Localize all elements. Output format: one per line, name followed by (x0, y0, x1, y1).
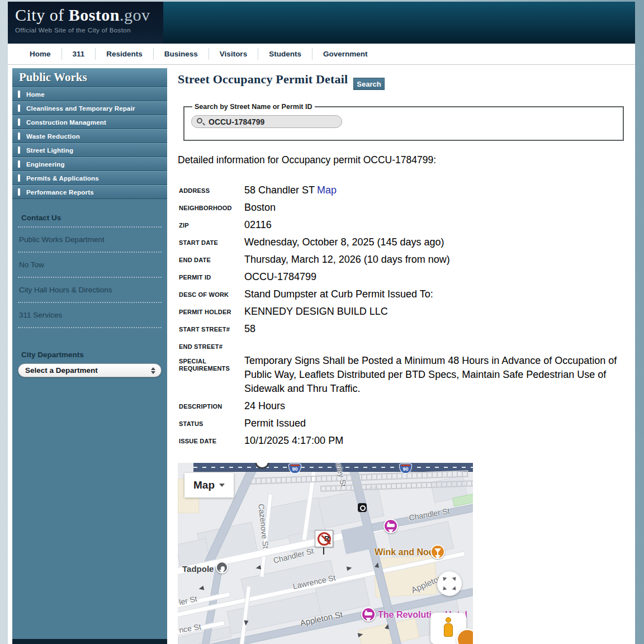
field-label: DESCRIPTION (179, 399, 244, 413)
sidebar-item-waste[interactable]: Waste Reduction (12, 129, 167, 143)
sidebar-item-label: Waste Reduction (26, 133, 80, 140)
one-way-arrow (347, 566, 352, 571)
pan-arrow-icon (452, 586, 460, 594)
bed-icon (387, 524, 395, 527)
select-arrows-icon (151, 367, 155, 374)
nav-item-home[interactable]: Home (19, 49, 61, 59)
map-highway-i90 (193, 463, 473, 472)
sidebar-item-label: Permits & Applications (26, 175, 99, 182)
nav-item-government[interactable]: Government (312, 49, 378, 59)
field-label: STATUS (179, 416, 244, 430)
bed-icon (364, 612, 372, 615)
map-type-button[interactable]: Map (184, 473, 234, 498)
hotel-pin[interactable] (383, 519, 398, 533)
search-icon (197, 118, 202, 124)
poi-label-tadpole[interactable]: Tadpole (182, 564, 214, 574)
logo-city-of: City of (15, 6, 69, 24)
no-parking-pole (323, 547, 324, 555)
pan-arrow-icon (440, 574, 447, 581)
one-way-arrow (198, 586, 204, 591)
status-value: Permit Issued (244, 416, 306, 430)
content-area: Public Works Home Cleanliness and Tempor… (8, 65, 635, 644)
field-value: 58 (244, 322, 255, 336)
one-way-arrow (243, 621, 248, 626)
sidebar-item-street-lighting[interactable]: Street Lighting (12, 143, 167, 157)
sidebar-item-construction[interactable]: Construction Managment (12, 115, 167, 129)
field-row-neighborhood: NEIGHBORHOOD Boston (179, 201, 622, 215)
nav-item-visitors[interactable]: Visitors (209, 49, 258, 59)
city-logo[interactable]: City of Boston.gov Official Web Site of … (8, 2, 163, 44)
logo-text: City of Boston.gov (15, 6, 163, 25)
field-label: START DATE (179, 235, 244, 249)
search-field-wrap (191, 115, 342, 128)
field-label: PERMIT HOLDER (179, 305, 244, 319)
nav-item-residents[interactable]: Residents (95, 49, 153, 59)
address-value: 58 Chandler ST (244, 184, 315, 196)
field-value: Stand Dumpster at Curb Permit Issued To: (244, 287, 433, 301)
masthead-banner (163, 2, 635, 44)
no-parking-marker[interactable]: R (315, 530, 333, 547)
field-value: 02116 (244, 218, 272, 232)
field-value: 58 Chandler STMap (244, 183, 337, 197)
divider (18, 252, 162, 253)
masthead: City of Boston.gov Official Web Site of … (8, 2, 635, 44)
field-row-end-date: END DATE Thursday, March 12, 2026 (10 da… (179, 253, 622, 267)
field-row-zip: ZIP 02116 (179, 218, 622, 232)
interstate-90-shield: 90 (288, 463, 301, 473)
search-input[interactable] (191, 115, 342, 128)
sidebar-item-engineering[interactable]: Engineering (12, 157, 167, 171)
divider (18, 277, 162, 278)
link-311-services[interactable]: 311 Services (18, 307, 162, 323)
map-type-label: Map (193, 479, 215, 491)
field-row-permit-holder: PERMIT HOLDER KENNEDY DESIGN BUILD LLC (179, 305, 622, 319)
link-city-hall-hours[interactable]: City Hall Hours & Directions (18, 282, 162, 298)
field-value: OCCU-1784799 (244, 270, 316, 284)
field-label: START STREET# (179, 322, 244, 336)
transit-station-icon[interactable] (358, 503, 367, 512)
field-value: 10/1/2025 4:17:00 PM (244, 434, 343, 448)
permit-detail-fields: ADDRESS 58 Chandler STMap NEIGHBORHOOD B… (179, 183, 622, 451)
sidebar-item-label: Street Lighting (26, 147, 73, 154)
search-button[interactable]: Search (353, 78, 385, 90)
sidebar-item-label: Performance Reports (26, 189, 94, 196)
field-row-description: DESCRIPTION 24 Hours (179, 399, 622, 413)
department-select[interactable]: Select a Department (18, 363, 162, 377)
poi-label-wink-and-nod[interactable]: Wink and Nod (375, 547, 434, 557)
sidebar-item-performance[interactable]: Performance Reports (12, 185, 167, 199)
map-intersection (341, 524, 372, 554)
pan-control[interactable] (437, 571, 462, 596)
tadpole-pin[interactable] (216, 561, 228, 574)
link-public-works-dept[interactable]: Public Works Department (18, 231, 162, 248)
menu-bar-icon (18, 188, 20, 196)
menu-bar-icon (18, 119, 20, 126)
divider (18, 302, 162, 303)
map-building (318, 486, 384, 529)
search-fieldset: Search by Street Name or Permit ID (183, 103, 624, 141)
detail-intro-text: Detailed information for Occupancy permi… (178, 154, 436, 166)
nav-item-students[interactable]: Students (258, 49, 312, 59)
cocktail-pin[interactable] (430, 544, 445, 559)
map-embed[interactable]: 90 90 Chandler St Chandler St Cazenove S… (178, 463, 473, 644)
divider (18, 327, 162, 328)
menu-bar-icon (18, 132, 20, 140)
pan-arrow-icon (440, 586, 447, 594)
hotel-pin-revolution[interactable] (361, 607, 376, 622)
site-tagline: Official Web Site of the City of Boston (15, 27, 163, 34)
link-no-tow[interactable]: No Tow (18, 257, 162, 273)
sidebar-item-cleanliness[interactable]: Cleanliness and Temporary Repair (12, 101, 167, 115)
sidebar-item-home[interactable]: Home (12, 87, 167, 101)
field-value: Temporary Signs Shall be Posted a Minimu… (244, 354, 620, 396)
sidebar-footer-bar (12, 639, 167, 644)
pin-dot (221, 566, 225, 570)
map-link[interactable]: Map (317, 184, 337, 196)
field-row-address: ADDRESS 58 Chandler STMap (179, 183, 622, 197)
nav-item-business[interactable]: Business (153, 49, 209, 59)
sidebar: Public Works Home Cleanliness and Tempor… (12, 68, 167, 639)
sidebar-item-label: Cleanliness and Temporary Repair (26, 105, 135, 112)
nav-item-311[interactable]: 311 (61, 49, 96, 59)
field-row-start-street: START STREET# 58 (179, 322, 622, 336)
logo-gov: .gov (120, 6, 150, 24)
divider (18, 226, 162, 228)
field-label: END DATE (179, 253, 244, 267)
sidebar-item-permits[interactable]: Permits & Applications (12, 171, 167, 185)
